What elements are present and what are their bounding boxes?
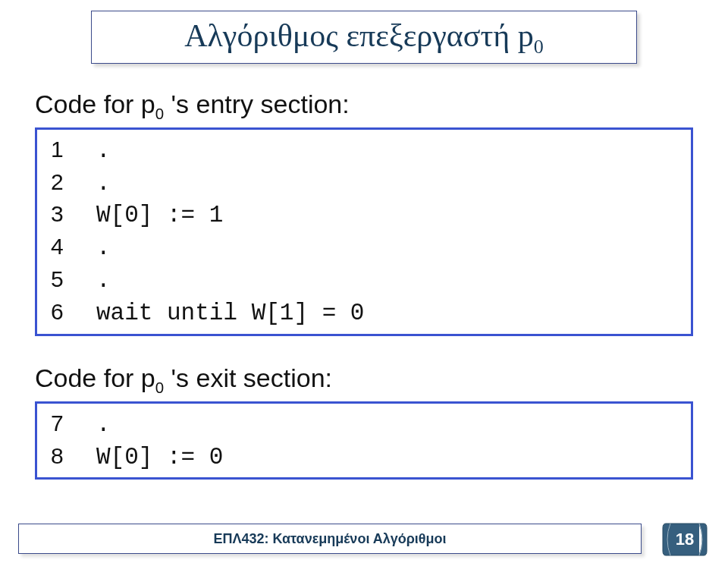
footer-text: ΕΠΛ432: Κατανεμημένοι Αλγόριθμοι [213,531,446,547]
exit-code-box: 7 . 8 W[0] := 0 [35,401,693,480]
code-text: . [96,409,676,441]
title-sub: 0 [534,36,544,58]
code-row: 2 . [51,167,676,200]
line-number: 6 [51,297,81,328]
line-number: 3 [51,199,81,230]
line-number: 8 [51,441,81,472]
exit-heading-suffix: 's exit section: [164,363,332,392]
exit-heading-prefix: Code for p [35,363,155,392]
line-number: 7 [51,408,81,439]
footer: ΕΠΛ432: Κατανεμημένοι Αλγόριθμοι 18 [0,516,728,563]
code-row: 7 . [51,408,676,441]
code-text: . [96,265,676,297]
line-number: 5 [51,264,81,295]
entry-code-box: 1 . 2 . 3 W[0] := 1 4 . 5 . 6 wait until… [35,127,693,336]
code-row: 6 wait until W[1] = 0 [51,297,676,329]
title-box: Αλγόριθμος επεξεργαστή p0 [91,11,637,64]
title-text: Αλγόριθμος επεξεργαστή p [184,18,534,53]
footer-box: ΕΠΛ432: Κατανεμημένοι Αλγόριθμοι [18,524,642,554]
code-row: 3 W[0] := 1 [51,199,676,231]
line-number: 1 [51,134,81,165]
page-number: 18 [676,530,694,549]
slide: Αλγόριθμος επεξεργαστή p0 Code for p0 's… [0,0,728,563]
code-text: wait until W[1] = 0 [96,297,676,329]
line-number: 2 [51,167,81,198]
content-area: Code for p0 's entry section: 1 . 2 . 3 … [35,82,693,507]
code-text: W[0] := 0 [96,442,676,473]
code-row: 8 W[0] := 0 [51,441,676,473]
code-row: 4 . [51,231,676,264]
exit-heading-sub: 0 [155,379,164,396]
entry-heading-sub: 0 [155,105,164,122]
line-number: 4 [51,231,81,263]
code-row: 1 . [51,134,676,167]
code-text: . [96,168,676,200]
code-text: W[0] := 1 [96,200,676,231]
code-text: . [96,135,676,167]
code-row: 5 . [51,264,676,297]
entry-heading-suffix: 's entry section: [164,90,350,118]
exit-section-heading: Code for p0 's exit section: [35,363,693,397]
slide-title: Αλγόριθμος επεξεργαστή p0 [110,17,618,58]
entry-heading-prefix: Code for p [35,90,155,118]
page-badge: 18 [660,521,710,558]
entry-section-heading: Code for p0 's entry section: [35,90,693,123]
code-text: . [96,232,676,264]
